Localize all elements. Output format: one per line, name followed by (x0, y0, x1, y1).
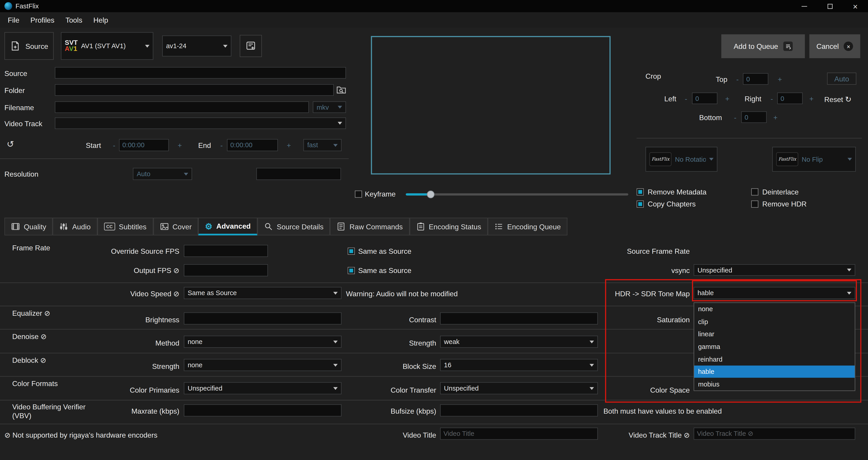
hdr-option-mobius[interactable]: mobius (694, 378, 855, 390)
color-transfer-select[interactable]: Unspecified (440, 382, 598, 395)
video-track-title-input[interactable] (694, 428, 855, 440)
hdr-option-clip[interactable]: clip (694, 315, 855, 328)
override-source-fps-input[interactable] (184, 245, 268, 257)
remove-hdr-checkbox[interactable] (751, 201, 758, 208)
color-space-label: Color Space (587, 386, 690, 395)
slider-thumb[interactable] (427, 191, 434, 198)
video-speed-select[interactable]: Same as Source (184, 287, 342, 299)
hdr-option-none[interactable]: none (694, 303, 855, 315)
tab-raw-commands[interactable]: Raw Commands (330, 218, 409, 235)
extension-value: mkv (317, 103, 334, 111)
crop-left-spin-down: - (685, 95, 687, 103)
chevron-down-icon (847, 291, 851, 294)
copy-chapters-checkbox[interactable] (637, 201, 644, 208)
color-primaries-select[interactable]: Unspecified (184, 382, 342, 395)
crop-bottom-label: Bottom (699, 114, 722, 122)
preview-slider[interactable] (406, 190, 628, 198)
remove-metadata-checkbox[interactable] (637, 189, 644, 196)
deblock-section-label: Deblock ⊘ (12, 356, 46, 365)
tab-encoding-queue[interactable]: Encoding Queue (488, 218, 567, 235)
undo-icon[interactable]: ↺ (6, 139, 14, 150)
document-icon (337, 222, 346, 231)
source-button[interactable]: Source (4, 32, 54, 60)
tabbar: Quality Audio CC Subtitles Cover ⚙ Advan… (4, 218, 567, 235)
chevron-down-icon (184, 173, 188, 175)
maximize-button[interactable] (817, 0, 843, 12)
chevron-down-icon (590, 364, 594, 366)
resolution-custom-input[interactable] (256, 168, 341, 180)
hdr-option-reinhard[interactable]: reinhard (694, 353, 855, 366)
hdr-tone-map-select[interactable]: hable (694, 287, 855, 299)
tab-encoding-status[interactable]: Encoding Status (409, 218, 488, 235)
titlebar: FastFlix × (0, 0, 868, 12)
source-input[interactable] (55, 67, 346, 79)
denoise-method-select[interactable]: none (184, 336, 342, 348)
video-title-input[interactable] (440, 428, 598, 440)
block-size-select[interactable]: 16 (440, 359, 598, 371)
cancel-button[interactable]: Cancel × (809, 34, 860, 58)
folder-label: Folder (4, 86, 25, 95)
denoise-section-label: Denoise ⊘ (12, 332, 46, 341)
flip-select[interactable]: FastFlix No Flip (772, 147, 856, 172)
brightness-input[interactable] (184, 312, 342, 324)
keyframe-checkbox[interactable] (355, 191, 362, 198)
preset-select[interactable]: av1-24 (162, 35, 231, 57)
contrast-input[interactable] (440, 312, 598, 324)
hdr-option-linear[interactable]: linear (694, 328, 855, 340)
slider-track[interactable] (406, 193, 628, 196)
video-track-select[interactable] (55, 117, 346, 129)
output-fps-input[interactable] (184, 264, 268, 276)
menu-help[interactable]: Help (88, 16, 114, 24)
bufsize-input[interactable] (440, 404, 598, 416)
folder-browse-icon[interactable] (336, 84, 347, 95)
maxrate-input[interactable] (184, 404, 342, 416)
hdr-option-gamma[interactable]: gamma (694, 340, 855, 353)
close-button[interactable]: × (842, 0, 868, 12)
tab-advanced[interactable]: ⚙ Advanced (198, 218, 257, 235)
tab-cover[interactable]: Cover (153, 218, 198, 235)
quality-icon (11, 222, 20, 231)
crop-reset-button[interactable]: Reset ↻ (825, 95, 852, 104)
seek-speed-select: fast (303, 139, 342, 151)
override-same-as-source-checkbox[interactable] (348, 248, 355, 255)
tab-quality[interactable]: Quality (4, 218, 53, 235)
deinterlace-label: Deinterlace (762, 188, 799, 196)
rotation-select[interactable]: FastFlix No Rotation (646, 147, 717, 172)
vsync-select[interactable]: Unspecified (694, 264, 855, 276)
maximize-icon (827, 4, 832, 8)
menu-tools[interactable]: Tools (60, 16, 88, 24)
crop-left-label: Left (664, 95, 676, 103)
add-to-queue-button[interactable]: Add to Queue (721, 34, 805, 58)
hdr-tone-map-label: HDR -> SDR Tone Map (587, 290, 690, 298)
deinterlace-checkbox[interactable] (751, 189, 758, 196)
tab-audio[interactable]: Audio (53, 218, 97, 235)
source-frame-rate-label: Source Frame Rate (587, 247, 690, 255)
document-add-icon (10, 40, 21, 52)
add-profile-button[interactable] (240, 35, 262, 57)
start-label: Start (86, 141, 101, 149)
denoise-strength-label: Strength (343, 339, 436, 347)
deblock-strength-select[interactable]: none (184, 359, 342, 371)
minimize-button[interactable] (792, 0, 817, 12)
fastflix-mini-logo: FastFlix (776, 152, 798, 166)
divider (0, 424, 868, 424)
profile-add-icon (245, 40, 256, 52)
folder-input[interactable] (55, 84, 334, 96)
video-title-label: Video Title (343, 431, 436, 439)
svt-av1-logo: SVT AV1 (65, 40, 78, 52)
tab-subtitles[interactable]: CC Subtitles (97, 218, 153, 235)
hdr-option-hable[interactable]: hable (694, 366, 855, 378)
tab-source-details[interactable]: Source Details (257, 218, 330, 235)
encoder-select[interactable]: SVT AV1 AV1 (SVT AV1) (61, 32, 153, 60)
video-track-title-label: Video Track Title ⊘ (587, 431, 690, 439)
vsync-value: Unspecified (698, 266, 844, 274)
copy-chapters-label: Copy Chapters (648, 200, 695, 208)
menu-file[interactable]: File (2, 16, 25, 24)
filename-input[interactable] (55, 101, 309, 113)
denoise-strength-select[interactable]: weak (440, 336, 598, 348)
video-preview (371, 36, 611, 174)
output-same-as-source-checkbox[interactable] (348, 267, 355, 274)
menu-profiles[interactable]: Profiles (25, 16, 60, 24)
source-label: Source (4, 69, 27, 78)
add-to-queue-label: Add to Queue (734, 42, 778, 51)
